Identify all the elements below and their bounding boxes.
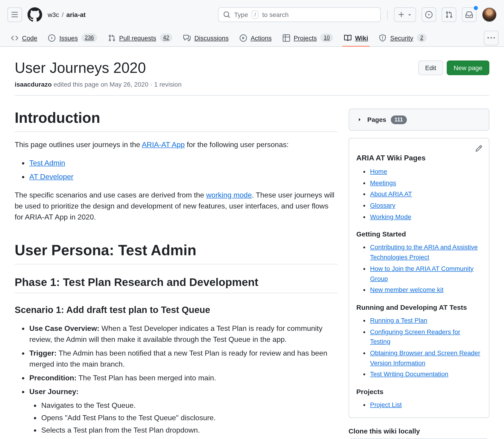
scenario-list: Use Case Overview: When a Test Developer… — [15, 323, 337, 439]
tab-code[interactable]: Code — [6, 29, 42, 46]
sidebar-link-working-mode[interactable]: Working Mode — [370, 213, 411, 220]
triangle-right-icon — [356, 116, 363, 123]
journey-step: Navigates to the Test Queue. — [41, 400, 337, 411]
sidebar-section-heading: Running and Developing AT Tests — [356, 303, 481, 311]
list-item: Trigger: The Admin has been notified tha… — [29, 348, 337, 370]
tab-issues[interactable]: Issues 236 — [44, 29, 102, 46]
avatar[interactable] — [482, 7, 497, 22]
item-text: The Admin has been notified that a new T… — [29, 349, 327, 368]
discussions-icon — [183, 34, 191, 41]
tab-actions[interactable]: Actions — [235, 29, 276, 46]
create-new-button[interactable] — [394, 7, 416, 22]
sidebar-link-contributing[interactable]: Contributing to the ARIA and Assistive T… — [370, 244, 478, 261]
tab-wiki[interactable]: Wiki — [339, 29, 373, 46]
sidebar-link-welcome-kit[interactable]: New member welcome kit — [370, 286, 444, 293]
tab-security[interactable]: Security 2 — [374, 29, 431, 46]
edit-sidebar-button[interactable] — [475, 145, 482, 152]
list-item: About ARIA AT — [370, 189, 481, 199]
new-page-button[interactable]: New page — [447, 61, 489, 75]
user-journey-steps: Navigates to the Test Queue. Opens "Add … — [29, 400, 337, 439]
hamburger-menu-button[interactable] — [7, 7, 22, 22]
list-item: Contributing to the ARIA and Assistive T… — [370, 243, 481, 263]
pages-counter: 111 — [391, 115, 407, 124]
clone-heading: Clone this wiki locally — [348, 427, 489, 435]
list-item: Working Mode — [370, 212, 481, 222]
issues-dashboard-button[interactable] — [421, 7, 436, 22]
journey-step: Selects a Test plan from the Test Plan d… — [41, 425, 337, 436]
sidebar-link-version-information[interactable]: Obtaining Browser and Screen Reader Vers… — [370, 349, 480, 366]
pages-label: Pages — [367, 116, 386, 123]
breadcrumb-repo-link[interactable]: aria-at — [66, 11, 86, 18]
notifications-inbox-button[interactable] — [462, 7, 477, 22]
persona-heading: User Persona: Test Admin — [15, 241, 337, 264]
nav-overflow-button[interactable] — [484, 30, 499, 45]
breadcrumb: w3c / aria-at — [48, 11, 86, 18]
persona-list: Test Admin AT Developer — [15, 158, 337, 182]
list-item: Test Admin — [29, 158, 337, 169]
list-item: AT Developer — [29, 171, 337, 182]
tab-label: Actions — [251, 34, 272, 41]
intro-paragraph-text: for the following user personas: — [185, 141, 289, 148]
github-logo[interactable] — [27, 7, 42, 22]
at-developer-link[interactable]: AT Developer — [29, 173, 73, 181]
inbox-icon — [466, 11, 473, 18]
sidebar-link-meetings[interactable]: Meetings — [370, 179, 396, 186]
git-pull-request-icon — [108, 34, 115, 41]
list-item: How to Join the ARIA AT Community Group — [370, 264, 481, 284]
plus-icon — [398, 11, 405, 18]
journey-step: Selects an AT from the Assistive Technol… — [41, 437, 337, 439]
pencil-icon — [475, 145, 482, 152]
working-mode-link[interactable]: working mode — [206, 191, 252, 199]
breadcrumb-separator: / — [62, 11, 64, 18]
hamburger-icon — [11, 11, 18, 18]
sidebar-link-configuring-screen-readers[interactable]: Configuring Screen Readers for Testing — [370, 328, 460, 345]
search-input[interactable]: Type / to search — [218, 7, 381, 22]
aria-at-app-link[interactable]: ARIA-AT App — [142, 141, 185, 148]
intro-paragraph: This page outlines user journeys in the … — [15, 139, 337, 150]
tab-projects[interactable]: Projects 10 — [278, 29, 338, 46]
sidebar-link-list: Home Meetings About ARIA AT Glossary Wor… — [356, 167, 481, 222]
sidebar-section-heading: Projects — [356, 388, 481, 395]
wiki-title-row: User Journeys 2020 Edit New page — [15, 59, 489, 77]
journey-step: Opens "Add Test Plans to the Test Queue"… — [41, 413, 337, 423]
projects-counter: 10 — [321, 34, 333, 42]
sidebar-link-list: Running a Test Plan Configuring Screen R… — [356, 316, 481, 379]
tab-label: Security — [390, 34, 413, 41]
actions-play-icon — [240, 34, 247, 41]
sidebar-link-home[interactable]: Home — [370, 168, 387, 175]
pages-disclosure[interactable]: Pages 111 — [348, 109, 489, 131]
sidebar-card-title: ARIA AT Wiki Pages — [356, 154, 481, 162]
tab-pull-requests[interactable]: Pull requests 42 — [104, 29, 177, 46]
revisions-link[interactable]: 1 revision — [154, 81, 182, 88]
sidebar-link-project-list[interactable]: Project List — [370, 401, 402, 408]
scenario-source-paragraph: The specific scenarios and use cases are… — [15, 190, 337, 223]
sidebar-link-test-writing-docs[interactable]: Test Writing Documentation — [370, 370, 448, 378]
tab-discussions[interactable]: Discussions — [179, 29, 233, 46]
unread-notification-dot — [474, 6, 478, 10]
list-item: Glossary — [370, 201, 481, 211]
git-pull-request-icon — [445, 11, 453, 18]
sidebar-link-join-community-group[interactable]: How to Join the ARIA AT Community Group — [370, 265, 474, 282]
tab-label: Code — [22, 34, 37, 41]
sidebar-link-running-test-plan[interactable]: Running a Test Plan — [370, 317, 427, 324]
page-divider — [15, 95, 489, 96]
author-link[interactable]: isaacdurazo — [15, 81, 52, 88]
list-item: Use Case Overview: When a Test Developer… — [29, 323, 337, 345]
scenario-source-text: The specific scenarios and use cases are… — [15, 191, 206, 199]
tab-label: Wiki — [355, 34, 368, 41]
page-meta: isaacdurazo edited this page on May 26, … — [15, 81, 489, 88]
list-item: Test Writing Documentation — [370, 370, 481, 379]
sidebar-link-about-aria-at[interactable]: About ARIA AT — [370, 190, 412, 198]
scenario-heading: Scenario 1: Add draft test plan to Test … — [15, 304, 337, 316]
sidebar-link-glossary[interactable]: Glossary — [370, 202, 395, 209]
search-icon — [223, 11, 230, 18]
issues-counter: 236 — [82, 34, 97, 42]
tab-label: Issues — [59, 34, 78, 41]
test-admin-link[interactable]: Test Admin — [29, 159, 65, 167]
list-item: Obtaining Browser and Screen Reader Vers… — [370, 348, 481, 368]
pull-requests-dashboard-button[interactable] — [442, 7, 456, 22]
book-icon — [344, 34, 351, 41]
breadcrumb-org-link[interactable]: w3c — [48, 11, 59, 18]
edit-button[interactable]: Edit — [418, 61, 443, 75]
projects-table-icon — [283, 34, 290, 41]
